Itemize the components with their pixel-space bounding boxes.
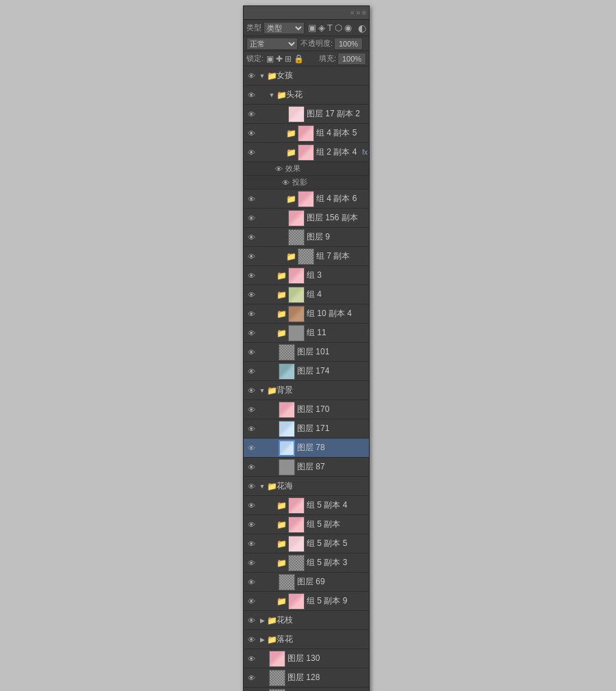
group-expand-arrow[interactable]: ▼	[257, 71, 267, 81]
layer-row[interactable]: 👁📁组 5 副本 4	[244, 496, 369, 515]
effect-eye[interactable]: 👁	[275, 165, 283, 173]
adjust-filter-icon[interactable]: ◈	[318, 23, 325, 33]
layer-visibility-eye[interactable]: 👁	[245, 442, 257, 454]
layer-row[interactable]: 👁图层 128	[244, 668, 369, 688]
group-expand-arrow[interactable]: ▶	[257, 635, 267, 644]
panel-collapse-btn[interactable]: «	[350, 9, 355, 16]
lock-all-icon[interactable]: 🔒	[294, 54, 304, 64]
group-expand-arrow[interactable]	[277, 129, 286, 138]
layer-row[interactable]: 👁图层 174	[244, 362, 369, 381]
layer-row[interactable]: 👁📁组 7 副本	[244, 247, 369, 266]
layer-visibility-eye[interactable]: 👁	[245, 595, 257, 608]
group-expand-arrow[interactable]	[267, 271, 277, 281]
layer-row[interactable]: 👁▼📁女孩	[244, 66, 369, 86]
layer-visibility-eye[interactable]: 👁	[245, 270, 257, 282]
group-expand-arrow[interactable]	[267, 558, 277, 568]
layer-row[interactable]: 👁▼📁花海	[244, 477, 369, 496]
layer-visibility-eye[interactable]: 👁	[245, 461, 257, 473]
layer-visibility-eye[interactable]: 👁	[245, 499, 257, 512]
group-expand-arrow[interactable]: ▼	[267, 90, 277, 100]
layer-row[interactable]: 👁图层 130	[244, 649, 369, 668]
group-expand-arrow[interactable]	[267, 520, 277, 530]
text-filter-icon[interactable]: T	[327, 23, 333, 33]
lock-pixels-icon[interactable]: ▣	[266, 54, 274, 64]
layer-visibility-eye[interactable]: 👁	[245, 653, 257, 665]
layer-row[interactable]: 👁📁组 3	[244, 266, 369, 285]
layer-visibility-eye[interactable]: 👁	[245, 212, 257, 224]
group-expand-arrow[interactable]	[267, 328, 277, 338]
layer-row[interactable]: 👁图层 69	[244, 573, 369, 592]
layer-row[interactable]: 👁图层 87	[244, 458, 369, 477]
group-expand-arrow[interactable]: ▼	[257, 386, 267, 395]
group-expand-arrow[interactable]	[267, 597, 277, 606]
layer-visibility-eye[interactable]: 👁	[245, 308, 257, 320]
layer-visibility-eye[interactable]: 👁	[245, 70, 257, 82]
layer-visibility-eye[interactable]: 👁	[245, 519, 257, 531]
layer-row[interactable]: 👁📁组 11	[244, 324, 369, 343]
layer-visibility-eye[interactable]: 👁	[245, 384, 257, 397]
lock-position-icon[interactable]: ✚	[276, 54, 283, 64]
group-expand-arrow[interactable]: ▶	[257, 616, 267, 625]
layer-visibility-eye[interactable]: 👁	[245, 127, 257, 140]
layer-visibility-eye[interactable]: 👁	[245, 404, 257, 416]
layer-visibility-eye[interactable]: 👁	[245, 365, 257, 378]
layer-visibility-eye[interactable]: 👁	[245, 193, 257, 205]
layer-visibility-eye[interactable]: 👁	[245, 557, 257, 569]
layer-row[interactable]: 👁▼📁背景	[244, 381, 369, 400]
shape-filter-icon[interactable]: ⬡	[335, 23, 342, 33]
layer-row[interactable]: 👁📁组 2 副本 4fx	[244, 143, 369, 162]
group-expand-arrow[interactable]	[267, 539, 277, 549]
layer-visibility-eye[interactable]: 👁	[245, 231, 257, 244]
filter-toggle[interactable]: ◐	[358, 23, 366, 34]
group-expand-arrow[interactable]: ▼	[257, 482, 267, 491]
layer-row[interactable]: 👁📁组 4 副本 6	[244, 190, 369, 209]
layer-visibility-eye[interactable]: 👁	[245, 346, 257, 358]
layer-row[interactable]: 👁📁组 5 副本 3	[244, 553, 369, 573]
layer-visibility-eye[interactable]: 👁	[245, 327, 257, 339]
layer-row[interactable]: 👁📁组 4	[244, 285, 369, 304]
layer-row[interactable]: 👁云	[244, 688, 369, 691]
layer-row[interactable]: 👁图层 78	[244, 439, 369, 458]
layer-row[interactable]: 👁📁组 4 副本 5	[244, 124, 369, 143]
layer-row[interactable]: 👁图层 156 副本	[244, 209, 369, 228]
group-expand-arrow[interactable]	[277, 194, 286, 204]
group-expand-arrow[interactable]	[277, 148, 286, 157]
fill-input[interactable]	[337, 53, 366, 65]
layer-row[interactable]: 👁▶📁落花	[244, 630, 369, 649]
layer-row[interactable]: 👁📁组 5 副本 5	[244, 534, 369, 553]
layer-row[interactable]: 👁图层 9	[244, 228, 369, 247]
layer-visibility-eye[interactable]: 👁	[245, 538, 257, 550]
smart-filter-icon[interactable]: ◉	[344, 23, 352, 33]
opacity-input[interactable]	[334, 38, 363, 50]
layer-visibility-eye[interactable]: 👁	[245, 146, 257, 159]
group-expand-arrow[interactable]	[267, 309, 277, 319]
blend-mode-select[interactable]: 正常	[246, 38, 298, 50]
layer-visibility-eye[interactable]: 👁	[245, 108, 257, 120]
layer-row[interactable]: 👁图层 170	[244, 400, 369, 419]
group-expand-arrow[interactable]	[277, 252, 286, 261]
group-expand-arrow[interactable]	[267, 501, 277, 510]
layer-visibility-eye[interactable]: 👁	[245, 614, 257, 627]
lock-artboard-icon[interactable]: ⊞	[285, 54, 292, 64]
layer-row[interactable]: 👁📁组 5 副本 9	[244, 592, 369, 611]
layer-visibility-eye[interactable]: 👁	[245, 89, 257, 101]
layer-row[interactable]: 👁📁组 10 副本 4	[244, 304, 369, 324]
layer-row[interactable]: 👁▼📁头花	[244, 86, 369, 105]
pixel-filter-icon[interactable]: ▣	[308, 23, 316, 33]
layer-visibility-eye[interactable]: 👁	[245, 250, 257, 263]
layer-visibility-eye[interactable]: 👁	[245, 423, 257, 435]
group-expand-arrow[interactable]	[267, 290, 277, 300]
panel-menu-btn[interactable]: ≡	[362, 9, 366, 16]
layer-visibility-eye[interactable]: 👁	[245, 634, 257, 646]
effect-sub-eye[interactable]: 👁	[282, 179, 290, 187]
layer-row[interactable]: 👁图层 17 副本 2	[244, 105, 369, 124]
layer-row[interactable]: 👁图层 171	[244, 419, 369, 439]
layer-row[interactable]: 👁▶📁花枝	[244, 611, 369, 630]
layer-visibility-eye[interactable]: 👁	[245, 576, 257, 588]
layer-row[interactable]: 👁📁组 5 副本	[244, 515, 369, 534]
layer-visibility-eye[interactable]: 👁	[245, 289, 257, 301]
layer-visibility-eye[interactable]: 👁	[245, 480, 257, 493]
panel-expand-btn[interactable]: »	[357, 9, 361, 16]
filter-select[interactable]: 类型	[264, 22, 305, 34]
layer-row[interactable]: 👁图层 101	[244, 343, 369, 362]
